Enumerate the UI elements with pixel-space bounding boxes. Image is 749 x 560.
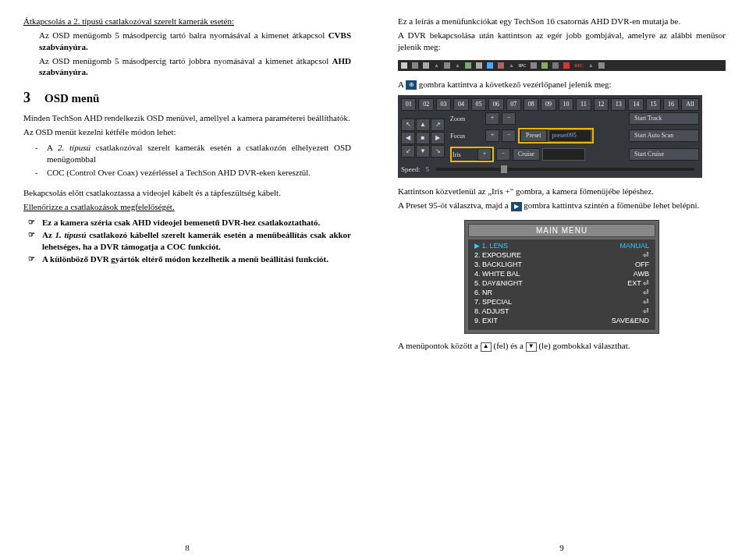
rec-label[interactable]: REC (574, 63, 584, 68)
zoom-minus[interactable]: − (502, 112, 516, 125)
dpad-e[interactable]: ▶ (431, 132, 445, 144)
ch-btn[interactable]: 04 (453, 98, 468, 111)
cruise-btn[interactable]: Cruise (513, 148, 540, 161)
iris-label: Iris (453, 151, 476, 158)
osd-list: A 2. típusú csatlakozóval szerelt kamerá… (23, 142, 351, 180)
p-connect: Bekapcsolás előtt csatlakoztassa a video… (23, 187, 351, 199)
dpad-n[interactable]: ▲ (416, 119, 430, 131)
p-preset95: A Preset 95-öt választva, majd a ▶ gombr… (398, 200, 726, 211)
menu-item[interactable]: 9. EXITSAVE&END (474, 316, 649, 325)
osd-list-item: A 2. típusú csatlakozóval szerelt kamerá… (47, 142, 351, 165)
speed-value: 5 (423, 165, 430, 173)
menu-item[interactable]: 5. DAY&NIGHTEXT ⏎ (474, 278, 649, 288)
preset-btn[interactable]: Preset (520, 129, 547, 142)
toolbar-icon[interactable] (498, 62, 504, 69)
p-check: Ellenőrizze a csatlakozások megfelelőség… (23, 201, 351, 213)
p-switch-title: Átkapcsolás a 2. típusú csatlakozóval sz… (23, 16, 351, 27)
toolbar-icon[interactable] (563, 62, 570, 69)
p-osd-ways: Az OSD menüt kezelni kétféle módon lehet… (23, 126, 351, 138)
ch-btn[interactable]: 13 (611, 98, 626, 111)
toolbar-icon[interactable] (412, 62, 418, 69)
toolbar-icon[interactable] (598, 62, 605, 69)
ptz-dpad: ↖▲↗ ◀■▶ ↙▼↘ (401, 119, 445, 158)
speed-label: Speed: (401, 165, 421, 173)
start-auto-btn[interactable]: Start Auto Scan (629, 129, 699, 142)
page-number: 9 (398, 537, 726, 552)
dpad-se[interactable]: ↘ (431, 145, 445, 158)
page-left: Átkapcsolás a 2. típusú csatlakozóval sz… (0, 0, 374, 560)
ptz-panel: 01 02 03 04 05 06 07 08 09 10 11 12 13 1… (398, 95, 702, 178)
down-icon (526, 342, 537, 352)
dpad-ne[interactable]: ↗ (431, 119, 445, 131)
page-number: 8 (23, 537, 351, 552)
toolbar-icon[interactable] (423, 62, 429, 69)
ch-btn[interactable]: 15 (646, 98, 661, 111)
menu-item[interactable]: 2. EXPOSURE⏎ (474, 250, 649, 260)
ch-btn[interactable]: 07 (506, 98, 521, 111)
ch-btn[interactable]: 08 (524, 98, 538, 111)
p-rightclick: A DVR bekapcsolása után kattintson az eg… (398, 30, 726, 53)
zoom-label: Zoom (450, 115, 483, 122)
dpad-w[interactable]: ◀ (401, 132, 415, 144)
main-menu-title: MAIN MENU (468, 224, 655, 237)
note-item: A különböző DVR gyártók eltérő módon kez… (42, 253, 351, 264)
ipc-label[interactable]: IPC (519, 63, 526, 68)
notes-list: Ez a kamera széria csak AHD videojel bem… (23, 217, 351, 266)
ch-btn[interactable]: 03 (436, 98, 451, 111)
note-item: Ez a kamera széria csak AHD videojel bem… (42, 217, 351, 228)
menu-item[interactable]: 8. ADJUST⏎ (474, 307, 649, 316)
menu-item[interactable]: ▶ 1. LENS MANUAL (474, 241, 649, 250)
ch-all-btn[interactable]: All (681, 98, 699, 111)
focus-label: Focus (450, 133, 483, 140)
ch-btn[interactable]: 05 (471, 98, 486, 111)
page-right: Ez a leírás a menüfunkciókat egy TechSon… (374, 0, 749, 560)
menu-item[interactable]: 4. WHITE BALAWB (474, 269, 649, 278)
toolbar-icon[interactable] (401, 62, 407, 69)
ch-btn[interactable]: 11 (576, 98, 591, 111)
ptz-channels: 01 02 03 04 05 06 07 08 09 10 11 12 13 1… (401, 98, 699, 111)
start-cruise-btn[interactable]: Start Cruise (629, 148, 699, 161)
toolbar-icon[interactable] (465, 62, 471, 69)
ch-btn[interactable]: 16 (663, 98, 678, 111)
toolbar-icon[interactable] (476, 62, 482, 69)
dpad-s[interactable]: ▼ (416, 145, 430, 158)
iris-plus[interactable]: + (477, 148, 492, 161)
p-ptz-open: A ⊕ gombra kattintva a következő vezérlő… (398, 79, 726, 90)
dpad-stop[interactable]: ■ (416, 132, 430, 144)
ch-btn[interactable]: 12 (594, 98, 609, 111)
toolbar-icon[interactable] (552, 62, 559, 69)
focus-plus[interactable]: + (485, 129, 499, 142)
iris-minus[interactable]: − (496, 148, 510, 161)
p-irisplus: Kattintson közvetlenül az „Iris +" gombr… (398, 186, 726, 197)
osd-list-item: COC (Control Over Coax) vezérléssel a Te… (47, 167, 351, 179)
ch-btn[interactable]: 06 (488, 98, 503, 111)
dpad-sw[interactable]: ↙ (401, 145, 415, 158)
focus-minus[interactable]: − (502, 129, 516, 142)
toolbar-icon[interactable] (541, 62, 548, 69)
speed-slider[interactable] (436, 168, 694, 171)
ptz-inline-icon: ⊕ (406, 80, 417, 90)
start-track-btn[interactable]: Start Track (629, 112, 699, 125)
menu-item[interactable]: 3. BACKLIGHTOFF (474, 260, 649, 269)
up-icon (481, 342, 492, 352)
p-cvbs: Az OSD menügomb 5 másodpercig tartó balr… (23, 30, 351, 53)
menu-item[interactable]: 6. NR⏎ (474, 288, 649, 297)
zoom-plus[interactable]: + (485, 112, 499, 125)
ptz-icon[interactable] (487, 62, 493, 69)
toolbar-icon[interactable] (531, 62, 537, 69)
ch-btn[interactable]: 01 (401, 98, 416, 111)
ch-btn[interactable]: 14 (628, 98, 643, 111)
dvr-toolbar: ▲ ▲ ▲ IPC REC ▲ (398, 60, 726, 71)
p-ahd: Az OSD menügomb 5 másodpercig tartó jobb… (23, 55, 351, 79)
preset-input[interactable]: preset095 (548, 129, 591, 142)
ch-btn[interactable]: 02 (418, 98, 433, 111)
dpad-nw[interactable]: ↖ (401, 119, 415, 131)
toolbar-icon[interactable] (444, 62, 450, 69)
ch-btn[interactable]: 10 (559, 98, 573, 111)
main-menu: MAIN MENU ▶ 1. LENS MANUAL 2. EXPOSURE⏎ … (464, 220, 659, 334)
go-inline-icon: ▶ (511, 202, 522, 211)
menu-item[interactable]: 7. SPECIAL⏎ (474, 297, 649, 307)
cruise-input[interactable] (542, 148, 585, 161)
ch-btn[interactable]: 09 (541, 98, 556, 111)
note-item: Az 1. típusú csatlakozó kábellel szerelt… (42, 229, 351, 252)
